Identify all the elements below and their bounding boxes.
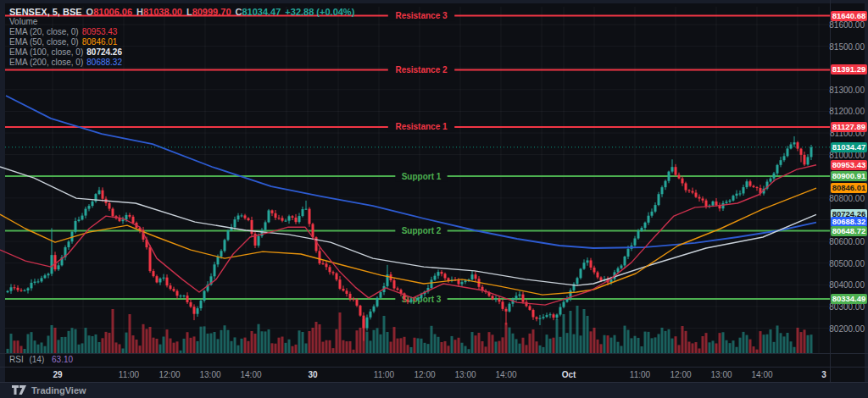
price-tick-label: 80600.00 xyxy=(829,237,865,246)
price-axis[interactable]: 81600.0081500.0081300.0081200.0081100.00… xyxy=(831,0,868,383)
ema-legend-value: 80953.43 xyxy=(82,27,118,36)
ema-legend-value: 80724.26 xyxy=(86,47,122,57)
price-badge: 81391.29 xyxy=(831,64,867,75)
ema-legend-label: EMA (20, close, 0) xyxy=(9,27,79,36)
ohlc-key: L xyxy=(186,7,192,17)
ema-legend-row[interactable]: EMA (20, close, 0)80953.43 xyxy=(9,27,354,37)
ema-legend-label: EMA (50, close, 0) xyxy=(9,37,79,47)
time-tick-label: 14:00 xyxy=(751,370,772,379)
volume-label: Volume xyxy=(9,17,37,26)
ohlc-value: 81038.00 xyxy=(143,7,182,17)
time-axis[interactable]: 2911:0012:0013:0014:003011:0012:0013:001… xyxy=(5,368,830,383)
time-tick-label: 30 xyxy=(308,370,317,379)
rsi-params: (14) xyxy=(29,355,44,364)
time-tick-label: 13:00 xyxy=(710,370,732,379)
level-label: Support 2 xyxy=(402,226,442,235)
time-tick-label: 14:00 xyxy=(495,370,516,379)
ema-legend-rows: EMA (20, close, 0)80953.43EMA (50, close… xyxy=(9,27,354,68)
price-tick-label: 80800.00 xyxy=(829,194,865,203)
ema-legend-label: EMA (200, close, 0) xyxy=(9,58,83,67)
price-tick-label: 81500.00 xyxy=(829,42,865,52)
ohlc-values: O81006.06H81038.00L80999.70C81034.47+32.… xyxy=(82,7,355,17)
ema-legend-row[interactable]: EMA (100, close, 0)80724.26 xyxy=(9,47,354,58)
price-tick-label: 80500.00 xyxy=(829,259,865,268)
ema-legend-row[interactable]: EMA (50, close, 0)80846.01 xyxy=(9,37,354,47)
change-value: +32.88 (+0.04%) xyxy=(285,7,354,17)
level-label: Resistance 1 xyxy=(395,122,448,131)
price-tick-label: 81200.00 xyxy=(829,107,865,116)
ohlc-key: H xyxy=(136,7,143,17)
price-tick-label: 80200.00 xyxy=(829,324,865,334)
time-tick-label: Oct xyxy=(562,370,576,379)
ohlc-value: 80999.70 xyxy=(192,7,231,17)
time-tick-label: 29 xyxy=(53,370,62,379)
ohlc-key: O xyxy=(86,7,94,17)
tradingview-window: Resistance 3Resistance 2Resistance 1Supp… xyxy=(0,0,868,398)
rsi-value: 63.10 xyxy=(52,355,73,364)
price-badge: 80334.49 xyxy=(831,294,867,304)
tradingview-brand-text[interactable]: TradingView xyxy=(31,385,86,395)
ohlc-value: 81006.06 xyxy=(93,7,132,17)
ema-legend-label: EMA (100, close, 0) xyxy=(9,47,83,57)
time-tick-label: 13:00 xyxy=(199,370,220,379)
rsi-legend-row[interactable]: RSI (14) 63.10 xyxy=(9,355,73,364)
price-badge: 80953.43 xyxy=(831,160,867,170)
tradingview-logo-icon[interactable] xyxy=(12,383,26,398)
price-tick-label: 80400.00 xyxy=(829,280,865,290)
level-label: Resistance 2 xyxy=(395,65,448,75)
price-badge: 81034.47 xyxy=(831,142,867,152)
footer-bar: TradingView xyxy=(0,383,868,398)
price-tick-label: 81600.00 xyxy=(829,20,865,30)
time-tick-label: 11:00 xyxy=(630,370,650,379)
time-tick-label: 3 xyxy=(821,370,826,379)
price-badge: 81127.89 xyxy=(831,122,867,132)
ema-legend-value: 80688.32 xyxy=(86,58,122,67)
time-tick-label: 11:00 xyxy=(374,370,394,379)
time-tick-label: 11:00 xyxy=(119,370,139,379)
symbol-title-row[interactable]: SENSEX, 5, BSEO81006.06H81038.00L80999.7… xyxy=(9,7,354,17)
volume-legend-row[interactable]: Volume xyxy=(9,17,354,27)
time-tick-label: 13:00 xyxy=(454,370,476,379)
price-tick-label: 81300.00 xyxy=(829,86,865,95)
price-badge: 81640.68 xyxy=(831,11,867,21)
ema-legend-value: 80846.01 xyxy=(82,37,118,47)
level-label: Resistance 3 xyxy=(395,11,448,20)
price-badge: 80846.01 xyxy=(831,183,867,193)
time-tick-label: 12:00 xyxy=(414,370,435,379)
ohlc-value: 81034.47 xyxy=(242,7,281,17)
ema-legend-row[interactable]: EMA (200, close, 0)80688.32 xyxy=(9,58,354,68)
symbol-title: SENSEX, 5, BSE xyxy=(9,7,82,17)
chart-legend: SENSEX, 5, BSEO81006.06H81038.00L80999.7… xyxy=(9,7,354,68)
time-tick-label: 12:00 xyxy=(670,370,691,379)
time-tick-label: 12:00 xyxy=(159,370,180,379)
price-badge: 80648.72 xyxy=(831,226,867,236)
pane-separator-main-rsi[interactable] xyxy=(0,353,868,354)
time-tick-label: 14:00 xyxy=(240,370,261,379)
candles-layer xyxy=(7,136,813,341)
price-badge: 80900.91 xyxy=(831,171,867,181)
rsi-label: RSI xyxy=(9,355,24,364)
volume-layer xyxy=(7,306,813,353)
level-label: Support 1 xyxy=(402,172,442,181)
